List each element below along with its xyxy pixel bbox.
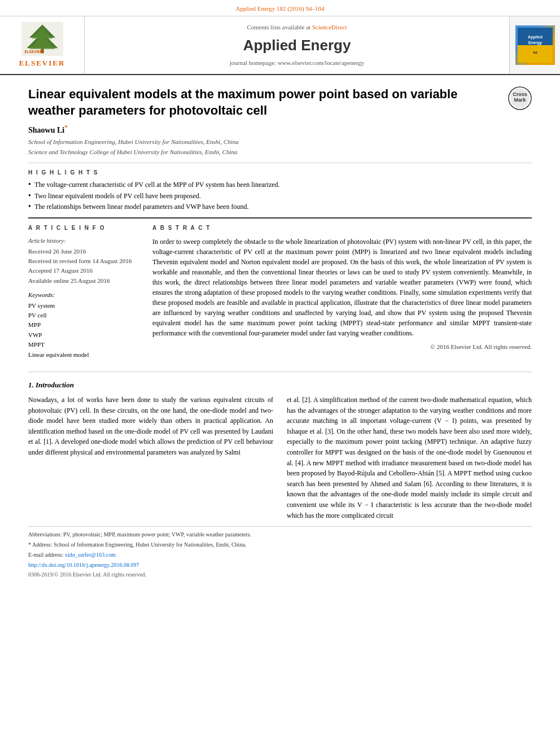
highlight-item-3: • The relationships between linear model… (28, 202, 532, 212)
received-date: Received 26 June 2016 (28, 247, 141, 256)
svg-text:Cross: Cross (513, 91, 527, 97)
email-link[interactable]: xidu_surfer@163.com (65, 552, 116, 558)
section-heading: 1. Introduction (28, 380, 532, 390)
history-label: Article history: (28, 237, 141, 245)
highlights-label: H I G H L I G H T S (28, 169, 532, 177)
crossmark-area: Cross Mark (508, 86, 532, 113)
journal-header: ELSEVIER ELSEVIER Contents lists availab… (0, 16, 560, 75)
journal-title: Applied Energy (243, 35, 351, 55)
intro-right-col: et al. [2]. A simplification method of t… (287, 395, 532, 521)
crossmark-icon: Cross Mark (508, 86, 532, 110)
svg-text:Applied: Applied (528, 36, 542, 40)
author-name: Shaowu Li* (28, 126, 68, 134)
article-title-section: Linear equivalent models at the maximum … (28, 86, 532, 119)
abstract-column: A B S T R A C T In order to sweep comple… (152, 224, 532, 360)
svg-text:Energy: Energy (528, 41, 542, 46)
journal-homepage: journal homepage: www.elsevier.com/locat… (230, 59, 365, 67)
elsevier-tree-icon: ELSEVIER (20, 22, 65, 56)
main-content: Linear equivalent models at the maximum … (0, 75, 560, 590)
journal-citation-bar: Applied Energy 182 (2016) 94–104 (0, 0, 560, 16)
keyword-6: Linear equivalent model (28, 351, 141, 359)
author-section: Shaowu Li* School of Information Enginee… (28, 124, 532, 157)
applied-energy-logo-area: Applied Energy AE (509, 16, 560, 74)
introduction-text: Nowadays, a lot of works have been done … (28, 395, 532, 521)
keywords-label: Keywords: (28, 291, 141, 299)
svg-text:Mark: Mark (514, 97, 526, 103)
keyword-2: PV cell (28, 311, 141, 320)
article-title: Linear equivalent models at the maximum … (28, 86, 497, 119)
abstract-text: In order to sweep completely the obstacl… (152, 237, 532, 338)
affiliation-1: School of Information Engineering, Hubei… (28, 137, 532, 147)
bullet-icon-3: • (28, 202, 31, 212)
footnote-section: Abbreviations: PV, photovoltaic; MPP, ma… (28, 526, 532, 579)
copyright-line: © 2016 Elsevier Ltd. All rights reserved… (152, 343, 532, 351)
article-info-column: A R T I C L E I N F O Article history: R… (28, 224, 141, 360)
divider-1 (28, 163, 532, 163)
svg-text:AE: AE (532, 50, 537, 54)
available-date: Available online 25 August 2016 (28, 277, 141, 285)
doi-note: http://dx.doi.org/10.1016/j.apenergy.201… (28, 561, 532, 569)
sciencedirect-link[interactable]: ScienceDirect (312, 24, 347, 30)
article-info-label: A R T I C L E I N F O (28, 224, 141, 232)
elsevier-logo-area: ELSEVIER ELSEVIER (0, 16, 85, 74)
email-note: E-mail address: xidu_surfer@163.com (28, 551, 532, 559)
bullet-icon-1: • (28, 180, 31, 190)
article-info-abstract: A R T I C L E I N F O Article history: R… (28, 224, 532, 360)
issn-text: 0306-2619/© 2016 Elsevier Ltd. All right… (28, 571, 532, 579)
abstract-label: A B S T R A C T (152, 224, 532, 232)
intro-left-col: Nowadays, a lot of works have been done … (28, 395, 273, 521)
elsevier-logo: ELSEVIER ELSEVIER (19, 22, 65, 68)
keyword-5: MPPT (28, 340, 141, 349)
keyword-4: VWP (28, 331, 141, 339)
accepted-date: Accepted 17 August 2016 (28, 267, 141, 275)
abbreviations-note: Abbreviations: PV, photovoltaic; MPP, ma… (28, 530, 532, 539)
svg-text:ELSEVIER: ELSEVIER (24, 50, 42, 54)
address-note: * Address: School of Information Enginee… (28, 540, 532, 549)
doi-link[interactable]: http://dx.doi.org/10.1016/j.apenergy.201… (28, 562, 139, 568)
introduction-section: 1. Introduction Nowadays, a lot of works… (28, 372, 532, 521)
received-revised-date: Received in revised form 14 August 2016 (28, 257, 141, 265)
sciencedirect-info: Contents lists available at ScienceDirec… (247, 23, 347, 32)
highlights-section: H I G H L I G H T S • The voltage-curren… (28, 169, 532, 212)
divider-2 (28, 217, 532, 219)
elsevier-brand-text: ELSEVIER (19, 58, 65, 68)
highlight-item-2: • Two linear equivalent models of PV cel… (28, 191, 532, 201)
journal-header-center: Contents lists available at ScienceDirec… (85, 16, 509, 74)
journal-citation-link[interactable]: Applied Energy 182 (2016) 94–104 (236, 5, 325, 12)
applied-energy-logo: Applied Energy AE (515, 25, 555, 65)
keyword-1: PV system (28, 302, 141, 310)
affiliation-2: Science and Technology College of Hubei … (28, 147, 532, 157)
keyword-3: MPP (28, 321, 141, 329)
bullet-icon-2: • (28, 191, 31, 201)
highlight-item-1: • The voltage-current characteristic of … (28, 180, 532, 190)
